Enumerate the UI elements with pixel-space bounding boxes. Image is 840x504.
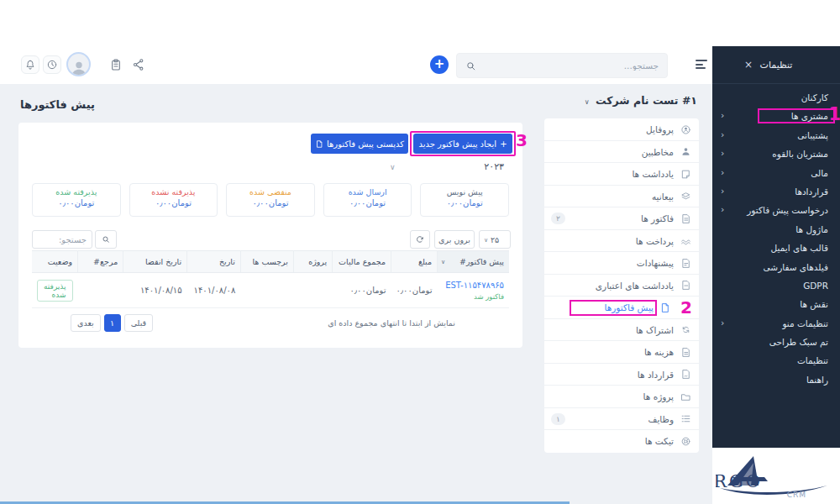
settings-item-label: GDPR — [803, 281, 828, 291]
column-reference[interactable]: #مرجع — [78, 251, 123, 273]
menu-item-label: اشتراک ها — [636, 319, 674, 342]
table-header-row: ∨#پیش فاکتور مبلغ مجموع مالیات پروژه برچ… — [32, 251, 509, 273]
sidebar-toggle-button[interactable] — [696, 60, 709, 69]
table-row: EST-۱۱۵۴۷۸۹۶۵ فاکتور شد تومان۰٫۰۰ تومان۰… — [32, 273, 509, 308]
global-search-input[interactable] — [457, 54, 667, 77]
menu-item-projects[interactable]: پروژه ها — [544, 386, 699, 408]
menu-item-profile[interactable]: پروفایل — [544, 118, 699, 141]
customer-name-dropdown[interactable]: #۱ تست نام شرکت ∨ — [585, 94, 697, 107]
settings-item-support[interactable]: پشتیبانی‹ — [712, 126, 840, 144]
column-total-tax[interactable]: مجموع مالیات — [333, 251, 391, 273]
menu-item-tickets[interactable]: تیکت ها — [544, 430, 699, 453]
notifications-button[interactable] — [21, 55, 39, 74]
ticket-icon — [680, 436, 691, 447]
settings-sidebar: تنظیمات × کارکنان مشتری ها ‹ 1 پشتیبانی‹… — [712, 46, 840, 448]
settings-item-label: ماژول ها — [795, 224, 828, 234]
year-filter[interactable]: ۲۰۲۳ — [484, 161, 504, 172]
annotation-box-1 — [758, 108, 835, 123]
share-button[interactable] — [132, 58, 145, 75]
sort-caret-icon: ∨ — [441, 259, 445, 265]
settings-item-help[interactable]: راهنما — [712, 370, 840, 389]
column-amount[interactable]: مبلغ — [391, 251, 437, 273]
stat-amount: تومان۰٫۰۰ — [421, 198, 508, 207]
menu-item-contracts[interactable]: قرارداد ها — [544, 364, 699, 386]
cell-date: ۱۴۰۱/۰۸/۰۸ — [187, 273, 241, 308]
estimate-link[interactable]: EST-۱۱۵۴۷۸۹۶۵ — [443, 281, 504, 290]
settings-item-roles[interactable]: نقش ها — [712, 295, 840, 313]
contract-icon — [680, 369, 691, 380]
next-page-button[interactable]: بعدی — [71, 314, 101, 332]
settings-item-finance[interactable]: مالی‹ — [712, 164, 840, 182]
column-project[interactable]: پروژه — [293, 251, 332, 273]
zip-estimates-label: کدپستی پیش فاکتورها — [327, 139, 404, 149]
settings-item-custom-fields[interactable]: فیلدهای سفارشی — [712, 258, 840, 276]
argo-crm-logo: RGO CRM — [716, 451, 833, 501]
avatar[interactable] — [66, 52, 91, 76]
menu-item-expenses[interactable]: هزینه ها — [544, 341, 699, 364]
stat-label: منقضی شده — [227, 187, 314, 197]
settings-item-modules[interactable]: ماژول ها — [712, 220, 840, 239]
menu-item-estimates[interactable]: پیش فاکتورها 2 — [544, 297, 699, 319]
table-search-input[interactable] — [32, 230, 92, 249]
menu-item-invoices[interactable]: فاکتور ها ۲ — [544, 207, 699, 230]
folder-icon — [680, 391, 691, 402]
settings-item-label: تنظیمات — [797, 355, 828, 365]
column-tags[interactable]: برچسب ها — [240, 251, 293, 273]
cell-total-tax: تومان۰٫۰۰ — [333, 273, 391, 308]
chevron-left-icon: ‹ — [721, 126, 724, 144]
column-label: #مرجع — [93, 257, 118, 266]
column-label: تاریخ — [219, 257, 235, 266]
settings-item-email-templates[interactable]: قالب های ایمیل — [712, 239, 840, 257]
settings-item-label: درخواست پیش فاکتور — [747, 205, 828, 215]
menu-item-payments[interactable]: پرداخت ها — [544, 230, 699, 253]
page-1-button[interactable]: ۱ — [104, 314, 121, 332]
zip-estimates-button[interactable]: کدپستی پیش فاکتورها — [311, 134, 408, 154]
settings-menu: کارکنان مشتری ها ‹ 1 پشتیبانی‹ مشتریان ب… — [712, 84, 840, 389]
column-label: مبلغ — [418, 257, 432, 266]
column-label: برچسب ها — [252, 257, 288, 266]
column-status[interactable]: وضعیت — [32, 251, 78, 273]
stat-accepted[interactable]: پذیرفته شده تومان۰٫۰۰ — [32, 183, 121, 217]
prev-page-button[interactable]: قبلی — [124, 314, 153, 332]
settings-item-theme-style[interactable]: تم سبک طراحی — [712, 333, 840, 351]
cell-status: پذیرفته شده — [32, 273, 78, 308]
menu-item-proposals[interactable]: پیشنهادات — [544, 252, 699, 275]
per-page-select[interactable]: ۲۵ ∨ — [479, 230, 511, 249]
chevron-down-icon[interactable]: ∨ — [390, 163, 396, 171]
stat-expired[interactable]: منقضی شده تومان۰٫۰۰ — [226, 183, 315, 217]
timers-button[interactable] — [43, 55, 61, 74]
menu-item-subscriptions[interactable]: اشتراک ها — [544, 319, 699, 342]
stat-sent[interactable]: ارسال شده تومان۰٫۰۰ — [323, 183, 412, 217]
menu-item-notes[interactable]: یادداشت ها — [544, 163, 699, 186]
column-date[interactable]: تاریخ — [187, 251, 241, 273]
menu-item-contacts[interactable]: مخاطبین — [544, 141, 699, 164]
table-search-button[interactable] — [95, 230, 117, 249]
tasks-clipboard-button[interactable] — [109, 58, 123, 75]
close-icon[interactable]: × — [744, 59, 753, 71]
settings-item-settings[interactable]: تنظیمات — [712, 351, 840, 370]
settings-item-menu-settings[interactable]: تنظیمات منو‹ — [712, 314, 840, 333]
stat-amount: تومان۰٫۰۰ — [227, 198, 314, 207]
stat-declined[interactable]: پذیرفته نشده تومان۰٫۰۰ — [129, 183, 218, 217]
settings-item-employees[interactable]: کارکنان — [712, 88, 840, 107]
settings-sidebar-header: تنظیمات × — [712, 46, 840, 84]
column-estimate-number[interactable]: ∨#پیش فاکتور — [438, 251, 509, 273]
settings-item-customers[interactable]: مشتری ها ‹ 1 — [712, 107, 840, 125]
menu-item-credit-notes[interactable]: یادداشت های اعتباری — [544, 275, 699, 297]
refresh-button[interactable] — [410, 230, 430, 249]
settings-item-label: قالب های ایمیل — [771, 243, 828, 253]
menu-item-statement[interactable]: بیعانیه — [544, 186, 699, 208]
settings-item-label: مالی — [811, 168, 828, 178]
settings-item-gdpr[interactable]: GDPR — [712, 276, 840, 295]
settings-item-estimate-request[interactable]: درخواست پیش فاکتور‹ — [712, 201, 840, 219]
export-button[interactable]: برون بری — [434, 230, 475, 249]
stat-draft[interactable]: پیش نویس تومان۰٫۰۰ — [420, 183, 509, 217]
settings-item-contracts[interactable]: قراردادها‹ — [712, 182, 840, 201]
quick-add-button[interactable]: + — [430, 55, 449, 74]
stat-label: پذیرفته شده — [33, 187, 120, 197]
column-expiry-date[interactable]: تاریخ انقضا — [123, 251, 187, 273]
menu-item-tasks[interactable]: وظایف ۱ — [544, 408, 699, 431]
settings-item-leads[interactable]: مشتریان بالقوه‹ — [712, 144, 840, 163]
stat-amount: تومان۰٫۰۰ — [33, 198, 120, 207]
stat-amount: تومان۰٫۰۰ — [130, 198, 218, 207]
